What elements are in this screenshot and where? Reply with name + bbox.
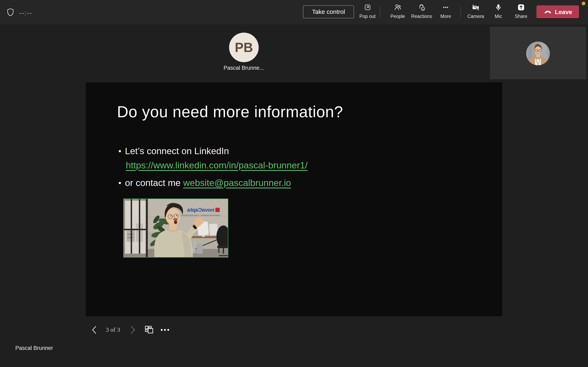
- mic-button[interactable]: Mic: [495, 4, 502, 19]
- webcam-thumbnail: novaCapta Empowering Companies – Connect…: [123, 199, 228, 258]
- slide-title: Do you need more information?: [117, 104, 343, 120]
- mic-label: Mic: [495, 14, 502, 19]
- more-dots-icon: [442, 4, 449, 12]
- linkedin-link[interactable]: https://www.linkedin.com/in/pascal-brunn…: [126, 160, 307, 170]
- presenter-name-label: Pascal Brunne...: [224, 65, 264, 71]
- bullet-2-text: or contact me website@pascalbrunner.io: [125, 178, 291, 188]
- presenter-initials: PB: [235, 40, 253, 55]
- phone-hangup-icon: [544, 8, 552, 16]
- more-label: More: [440, 14, 451, 19]
- bullet-marker: •: [118, 178, 121, 188]
- share-button[interactable]: Share: [515, 4, 527, 19]
- reactions-label: Reactions: [411, 14, 432, 19]
- chevron-left-icon: [91, 325, 98, 334]
- leave-label: Leave: [555, 8, 572, 16]
- slide-grid-icon: [145, 325, 153, 334]
- reactions-button[interactable]: Reactions: [411, 4, 432, 19]
- next-slide-button[interactable]: [129, 325, 136, 334]
- pop-out-icon: [364, 4, 371, 12]
- mic-icon: [495, 4, 502, 12]
- webcam-scene: [124, 199, 228, 258]
- people-icon: [394, 4, 401, 12]
- email-link[interactable]: website@pascalbrunner.io: [183, 178, 291, 188]
- shared-slide-canvas: Do you need more information? • Let’s co…: [86, 82, 502, 316]
- camera-button[interactable]: Camera: [467, 4, 484, 19]
- pop-out-label: Pop out: [359, 14, 375, 19]
- self-view-photo: [526, 42, 550, 65]
- leave-button[interactable]: Leave: [536, 5, 580, 19]
- previous-slide-button[interactable]: [91, 325, 98, 334]
- people-label: People: [390, 14, 405, 19]
- slide-bullet-2: • or contact me website@pascalbrunner.io: [118, 178, 291, 188]
- bullet-marker: •: [118, 146, 121, 156]
- share-label: Share: [515, 14, 527, 19]
- meeting-toolbar: --:-- Take control Pop out Peo: [0, 0, 588, 25]
- meeting-stage: --:-- Take control Pop out Peo: [0, 0, 588, 367]
- toolbar-divider: [380, 6, 380, 18]
- camera-label: Camera: [467, 14, 484, 19]
- toolbar-divider: [461, 6, 461, 18]
- grid-view-button[interactable]: [145, 325, 153, 334]
- notification-dot: [582, 2, 585, 5]
- presenter-avatar: PB: [229, 33, 259, 62]
- security-shield-icon: [7, 8, 14, 17]
- people-button[interactable]: People: [390, 4, 405, 19]
- self-view-tile[interactable]: [490, 26, 586, 80]
- ellipsis-icon: [160, 326, 170, 333]
- more-button[interactable]: More: [440, 4, 451, 19]
- slide-counter: 3 of 3: [106, 326, 120, 333]
- share-icon: [517, 4, 525, 12]
- bullet-1-text: Let’s connect on LinkedIn: [125, 146, 229, 156]
- more-options-button[interactable]: [160, 326, 170, 333]
- slide-bullet-1: • Let’s connect on LinkedIn: [118, 146, 229, 156]
- camera-off-icon: [472, 4, 480, 12]
- take-control-button[interactable]: Take control: [303, 5, 354, 18]
- pop-out-button[interactable]: Pop out: [359, 4, 375, 19]
- reactions-hand-icon: [418, 4, 425, 12]
- meeting-timer: --:--: [19, 9, 32, 17]
- chevron-right-icon: [129, 325, 136, 334]
- presenter-name-bottom: Pascal Brunner: [15, 345, 53, 351]
